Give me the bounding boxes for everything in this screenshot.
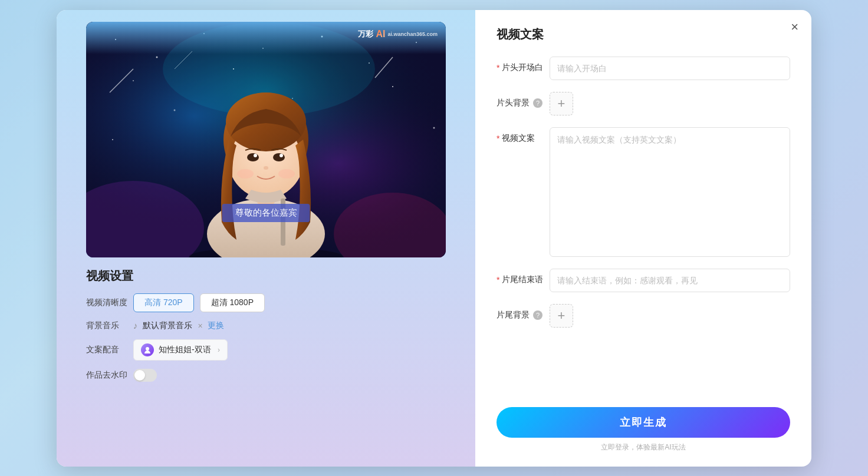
subtitle-banner: 尊敬的各位嘉宾 — [222, 204, 310, 222]
form-section: * 片头开场白 片头背景 ? + * — [497, 57, 790, 398]
footer-bg-add-button[interactable]: + — [550, 304, 573, 328]
content-label: * 视频文案 — [497, 127, 550, 144]
svg-point-32 — [273, 153, 285, 161]
music-info: ♪ 默认背景音乐 × 更换 — [133, 320, 224, 331]
watermark-brand: 万彩 — [358, 29, 373, 39]
music-label: 背景音乐 — [86, 320, 133, 331]
closing-row: * 片尾结束语 — [497, 269, 790, 292]
svg-point-35 — [264, 166, 268, 170]
music-icon: ♪ — [133, 320, 138, 330]
opening-input[interactable] — [550, 57, 790, 80]
video-preview: 万彩 AI ai.wanchan365.com 尊敬的各位嘉宾 — [86, 22, 446, 257]
watermark-toggle-label: 作品去水印 — [86, 370, 133, 381]
toggle-knob — [134, 370, 145, 381]
close-button[interactable]: × — [791, 21, 798, 34]
closing-label: * 片尾结束语 — [497, 269, 550, 285]
watermark: 万彩 AI ai.wanchan365.com — [358, 29, 438, 39]
closing-required-star: * — [497, 275, 499, 285]
panel-title: 视频文案 — [497, 27, 790, 42]
voice-arrow-icon: › — [218, 346, 220, 354]
music-change-button[interactable]: 更换 — [208, 320, 224, 331]
login-hint: 立即登录，体验最新AI玩法 — [497, 442, 790, 452]
svg-point-34 — [280, 154, 283, 157]
content-required-star: * — [497, 134, 499, 143]
opening-required-star: * — [497, 63, 499, 72]
header-bg-help-icon[interactable]: ? — [533, 98, 542, 108]
header-bg-row: 片头背景 ? + — [497, 92, 790, 115]
quality-1080p-button[interactable]: 超清 1080P — [200, 293, 265, 312]
voice-row: 文案配音 知性姐姐-双语 › — [86, 339, 446, 361]
generate-button[interactable]: 立即生成 — [497, 407, 790, 438]
music-remove-button[interactable]: × — [198, 321, 203, 330]
video-settings-section: 视频设置 视频清晰度 高清 720P 超清 1080P 背景音乐 ♪ 默认背景音… — [86, 257, 446, 390]
voice-label: 文案配音 — [86, 345, 133, 355]
left-panel: 万彩 AI ai.wanchan365.com 尊敬的各位嘉宾 视频设置 — [57, 10, 475, 467]
settings-title: 视频设置 — [86, 268, 446, 284]
watermark-toggle[interactable] — [133, 369, 157, 382]
opening-label: * 片头开场白 — [497, 57, 550, 73]
voice-select[interactable]: 知性姐姐-双语 › — [133, 339, 228, 361]
footer-bg-row: 片尾背景 ? + — [497, 304, 790, 328]
watermark-sub: ai.wanchan365.com — [387, 31, 438, 37]
header-bg-add-button[interactable]: + — [550, 92, 573, 115]
svg-point-31 — [247, 153, 259, 161]
footer-bg-label: 片尾背景 ? — [497, 304, 550, 320]
clarity-label: 视频清晰度 — [86, 298, 133, 308]
voice-avatar — [141, 343, 154, 356]
modal-container: 万彩 AI ai.wanchan365.com 尊敬的各位嘉宾 视频设置 — [57, 10, 811, 467]
right-panel: × 视频文案 * 片头开场白 片头背景 ? + — [475, 10, 811, 467]
svg-point-39 — [146, 347, 149, 351]
footer-bg-help-icon[interactable]: ? — [533, 310, 542, 320]
clarity-row: 视频清晰度 高清 720P 超清 1080P — [86, 293, 446, 312]
svg-point-36 — [237, 169, 254, 178]
voice-name: 知性姐姐-双语 — [159, 345, 211, 355]
svg-point-37 — [278, 169, 295, 178]
music-name: 默认背景音乐 — [143, 320, 192, 331]
closing-input[interactable] — [550, 269, 790, 292]
watermark-row: 作品去水印 — [86, 369, 446, 382]
avatar-illustration — [86, 22, 446, 257]
music-row: 背景音乐 ♪ 默认背景音乐 × 更换 — [86, 320, 446, 331]
svg-point-33 — [254, 154, 257, 157]
header-bg-label: 片头背景 ? — [497, 92, 550, 108]
opening-row: * 片头开场白 — [497, 57, 790, 80]
content-textarea[interactable] — [550, 127, 790, 257]
modal-overlay: 万彩 AI ai.wanchan365.com 尊敬的各位嘉宾 视频设置 — [0, 0, 868, 476]
quality-720p-button[interactable]: 高清 720P — [133, 293, 194, 312]
watermark-ai: AI — [376, 29, 385, 39]
content-row: * 视频文案 — [497, 127, 790, 257]
